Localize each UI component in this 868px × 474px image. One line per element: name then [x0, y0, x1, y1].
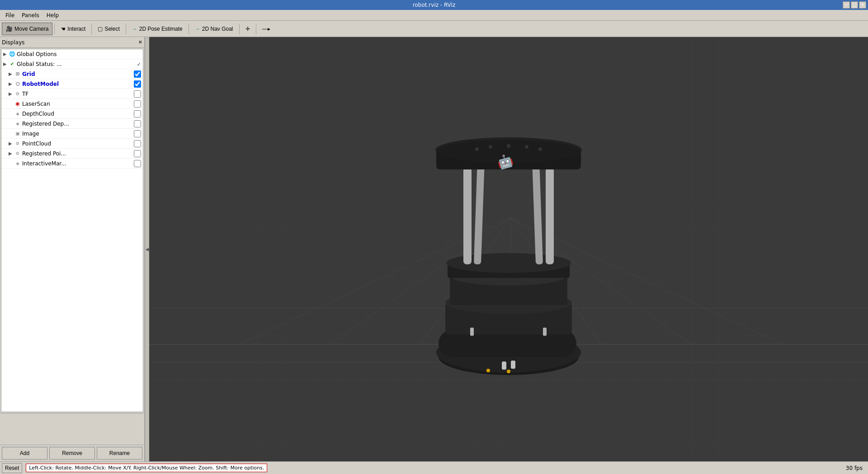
svg-point-30 — [507, 144, 510, 148]
robot-model-checkbox[interactable] — [134, 80, 141, 88]
point-cloud-icon: ⚙ — [14, 140, 21, 147]
global-status-label: Global Status: ... — [17, 61, 137, 67]
statusbar: Reset Left-Click: Rotate. Middle-Click: … — [0, 461, 868, 474]
svg-point-31 — [525, 145, 528, 149]
robot-model-label: RobotModel — [22, 81, 134, 87]
nav-icon: → — [195, 26, 200, 32]
separator-3 — [126, 23, 126, 34]
point-cloud-label: PointCloud — [22, 141, 134, 147]
robot-icon: ⬡ — [14, 80, 21, 88]
main-layout: Displays ✕ ▶ 🌐 Global Options ▶ ✔ Global… — [0, 37, 868, 461]
interact-button[interactable]: ☚ Interact — [57, 23, 90, 35]
reset-label: Reset — [5, 465, 19, 471]
tf-icon: ⚙ — [14, 90, 21, 98]
laser-scan-label: LaserScan — [22, 101, 134, 107]
svg-point-34 — [486, 369, 490, 372]
display-item-depth-cloud[interactable]: ▶ ◈ DepthCloud — [1, 109, 143, 119]
separator-4 — [189, 23, 189, 34]
image-icon: ▣ — [14, 130, 21, 137]
registered-dep-label: Registered Dep... — [22, 121, 134, 127]
displays-close-icon[interactable]: ✕ — [138, 39, 142, 45]
menubar: File Panels Help — [0, 10, 868, 21]
nav-goal-button[interactable]: → 2D Nav Goal — [191, 23, 237, 35]
svg-rect-37 — [511, 361, 515, 369]
display-item-interactive-mar[interactable]: ▶ ◈ InteractiveMar... — [1, 159, 143, 169]
interactive-icon: ◈ — [14, 160, 21, 167]
svg-rect-23 — [474, 160, 485, 264]
registered-poi-checkbox[interactable] — [134, 150, 141, 157]
svg-point-29 — [489, 145, 492, 149]
close-button[interactable]: ✕ — [859, 1, 866, 9]
bottom-buttons: Add Remove Rename — [0, 445, 144, 461]
rename-button[interactable]: Rename — [97, 447, 142, 460]
svg-rect-22 — [546, 167, 554, 264]
expand-arrow-pointcloud: ▶ — [9, 141, 14, 146]
move-camera-label: Move Camera — [14, 26, 48, 32]
svg-rect-39 — [543, 328, 547, 336]
select-label: Select — [104, 26, 119, 32]
display-item-point-cloud[interactable]: ▶ ⚙ PointCloud — [1, 139, 143, 149]
display-item-global-status[interactable]: ▶ ✔ Global Status: ... — [1, 59, 143, 69]
collapse-handle[interactable]: ◀ — [145, 37, 149, 461]
expand-arrow-global-status: ▶ — [3, 61, 9, 66]
menu-file[interactable]: File — [2, 11, 18, 19]
separator-6 — [256, 23, 256, 34]
expand-arrow-grid: ▶ — [9, 71, 14, 76]
menu-panels[interactable]: Panels — [18, 11, 43, 19]
reset-button[interactable]: Reset — [2, 463, 22, 473]
tf-checkbox[interactable] — [134, 90, 141, 98]
pose-estimate-button[interactable]: → 2D Pose Estimate — [128, 23, 187, 35]
grid-icon: ⊞ — [14, 70, 21, 78]
display-item-registered-dep[interactable]: ▶ ◈ Registered Dep... — [1, 119, 143, 129]
select-icon: ▢ — [98, 26, 103, 32]
fps-value: 30 fps — [846, 465, 863, 471]
separator-1 — [54, 23, 55, 34]
add-button[interactable]: Add — [2, 447, 47, 460]
remove-button[interactable]: Remove — [49, 447, 95, 460]
grid-checkbox[interactable] — [134, 70, 141, 78]
global-options-label: Global Options — [17, 51, 141, 57]
maximize-button[interactable]: □ — [851, 1, 858, 9]
point-cloud-checkbox[interactable] — [134, 140, 141, 147]
status-icon: ✔ — [9, 61, 16, 68]
pose-icon: → — [132, 26, 137, 32]
separator-2 — [91, 23, 92, 34]
laser-scan-checkbox[interactable] — [134, 100, 141, 108]
svg-rect-36 — [502, 361, 506, 370]
registered-dep-checkbox[interactable] — [134, 120, 141, 127]
displays-list[interactable]: ▶ 🌐 Global Options ▶ ✔ Global Status: ..… — [1, 49, 143, 412]
expand-arrow-global-options: ▶ — [3, 52, 9, 56]
toolbar: 🎥 Move Camera ☚ Interact ▢ Select → 2D P… — [0, 21, 868, 37]
display-item-robot-model[interactable]: ▶ ⬡ RobotModel — [1, 79, 143, 89]
svg-point-32 — [538, 147, 542, 151]
display-item-laser-scan[interactable]: ▶ ◉ LaserScan — [1, 99, 143, 109]
interactive-mar-checkbox[interactable] — [134, 160, 141, 167]
display-item-tf[interactable]: ▶ ⚙ TF — [1, 89, 143, 99]
image-label: Image — [22, 131, 134, 137]
publish-point-button[interactable]: ✛ — [241, 23, 254, 35]
globe-icon: 🌐 — [9, 51, 16, 58]
minimize-button[interactable]: ─ — [843, 1, 850, 9]
menu-help[interactable]: Help — [43, 11, 62, 19]
nav-goal-label: 2D Nav Goal — [202, 26, 233, 32]
svg-rect-24 — [532, 160, 543, 264]
interactive-mar-label: InteractiveMar... — [22, 160, 134, 167]
reg-poi-icon: ⚙ — [14, 150, 21, 157]
display-item-image[interactable]: ▶ ▣ Image — [1, 129, 143, 139]
crosshair-icon: ✛ — [245, 26, 250, 32]
line-tool-button[interactable]: —▸ — [258, 23, 274, 35]
camera-icon: 🎥 — [6, 26, 13, 32]
3d-viewport[interactable]: 🤖 — [149, 37, 868, 461]
image-checkbox[interactable] — [134, 130, 141, 137]
status-area — [0, 413, 144, 445]
depth-cloud-checkbox[interactable] — [134, 110, 141, 117]
svg-point-28 — [475, 147, 479, 151]
svg-point-35 — [507, 370, 510, 373]
move-camera-button[interactable]: 🎥 Move Camera — [2, 23, 52, 35]
displays-title: Displays — [2, 39, 24, 46]
svg-rect-38 — [470, 328, 474, 336]
display-item-registered-poi[interactable]: ▶ ⚙ Registered Poi... — [1, 149, 143, 159]
display-item-global-options[interactable]: ▶ 🌐 Global Options — [1, 49, 143, 59]
select-button[interactable]: ▢ Select — [94, 23, 123, 35]
display-item-grid[interactable]: ▶ ⊞ Grid — [1, 69, 143, 79]
